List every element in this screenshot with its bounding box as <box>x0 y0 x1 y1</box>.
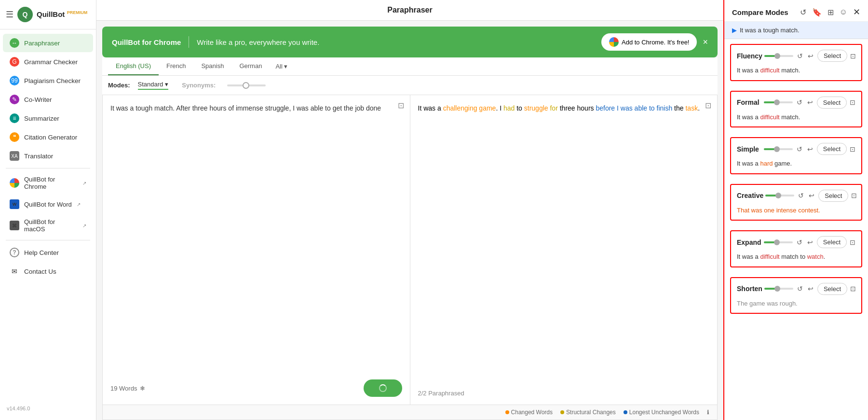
lang-tab-french[interactable]: French <box>159 57 193 75</box>
expand-select-btn[interactable]: Select <box>817 236 847 248</box>
history-icon[interactable]: ↺ <box>800 8 806 17</box>
sidebar-item-contact[interactable]: ✉ Contact Us <box>3 262 93 280</box>
expand-slider[interactable] <box>764 241 793 243</box>
formal-select-btn[interactable]: Select <box>817 97 847 109</box>
fluency-text: It was a difficult match. <box>737 66 855 75</box>
changed-dot <box>505 410 509 414</box>
formal-slider-thumb <box>774 99 780 105</box>
output-prefix: It was a <box>418 104 443 112</box>
shorten-slider-thumb <box>774 286 780 292</box>
shorten-undo-btn[interactable]: ↩ <box>807 284 814 294</box>
compare-header: Compare Modes ↺ 🔖 ⊞ ☺ ✕ <box>724 0 868 22</box>
cowriter-label: Co-Writer <box>24 96 52 103</box>
sidebar-item-plagiarism[interactable]: 99 Plagiarism Checker <box>3 71 93 90</box>
logo-icon: Q <box>17 7 33 22</box>
input-text-content: It was a tough match. After three hours … <box>110 104 381 112</box>
formal-copy-btn[interactable]: ⊡ <box>850 98 855 106</box>
lang-tab-spanish[interactable]: Spanish <box>193 57 231 75</box>
paraphrase-button[interactable] <box>364 379 402 397</box>
output-copy-icon[interactable]: ⊡ <box>705 101 711 110</box>
expand-refresh-btn[interactable]: ↺ <box>796 238 803 247</box>
banner-close-button[interactable]: × <box>703 37 708 47</box>
creative-select-btn[interactable]: Select <box>818 190 848 202</box>
formal-text-prefix: It was a <box>737 113 760 121</box>
fluency-refresh-btn[interactable]: ↺ <box>796 51 804 61</box>
lang-german-label: German <box>239 62 262 70</box>
output-mid1: . I <box>496 104 503 112</box>
input-copy-icon[interactable]: ⊡ <box>398 101 404 110</box>
expand-header: Expand ↺ ↩ Select ⊡ <box>737 236 855 248</box>
macos-ext-label: QuillBot for macOS <box>24 218 78 233</box>
expand-copy-btn[interactable]: ⊡ <box>850 238 855 246</box>
simple-text: It was a hard game. <box>737 159 855 168</box>
hamburger-menu[interactable]: ☰ <box>6 9 14 20</box>
creative-text-full: That was one intense contest. <box>737 207 820 214</box>
mode-card-fluency: Fluency ↺ ↩ Select ⊡ It was a difficult … <box>730 44 862 81</box>
table-icon[interactable]: ⊞ <box>827 8 834 17</box>
word-count-value: 19 Words <box>110 385 137 392</box>
translator-icon: XA <box>10 151 19 161</box>
add-chrome-button[interactable]: Add to Chrome. It's free! <box>601 33 697 51</box>
fluency-slider[interactable] <box>764 55 793 57</box>
word-ext-label: QuillBot for Word <box>24 201 72 208</box>
legend-structural: Structural Changes <box>560 409 616 416</box>
simple-refresh-btn[interactable]: ↺ <box>796 144 803 154</box>
sidebar-item-macos[interactable]: ⌘ QuillBot for macOS ↗ <box>3 214 93 237</box>
shorten-slider[interactable] <box>764 288 793 290</box>
bookmark-icon[interactable]: 🔖 <box>812 8 822 17</box>
modes-label: Modes: <box>108 82 130 89</box>
formal-slider[interactable] <box>764 101 793 103</box>
paraphraser-icon: ↔ <box>10 38 19 48</box>
unchanged-label: Longest Unchanged Words <box>629 409 699 416</box>
fluency-undo-btn[interactable]: ↩ <box>807 51 814 61</box>
mode-dropdown[interactable]: Standard ▾ <box>138 81 169 90</box>
compare-close-button[interactable]: ✕ <box>853 7 860 17</box>
lang-english-label: English (US) <box>116 62 151 70</box>
emoji-icon[interactable]: ☺ <box>840 8 847 16</box>
summarizer-icon: ≡ <box>10 113 19 123</box>
fluency-copy-btn[interactable]: ⊡ <box>850 52 856 60</box>
sidebar-item-help[interactable]: ? Help Center <box>3 243 93 262</box>
creative-slider[interactable] <box>765 195 794 196</box>
sidebar-item-summarizer[interactable]: ≡ Summarizer <box>3 109 93 127</box>
formal-undo-btn[interactable]: ↩ <box>806 98 814 107</box>
mode-card-formal: Formal ↺ ↩ Select ⊡ It was a difficult m… <box>730 91 862 128</box>
lang-tab-german[interactable]: German <box>231 57 270 75</box>
content-area: QuillBot for Chrome Write like a pro, ev… <box>96 21 723 420</box>
formal-refresh-btn[interactable]: ↺ <box>796 98 803 107</box>
lang-tab-all[interactable]: All ▾ <box>270 58 293 75</box>
simple-select-btn[interactable]: Select <box>817 143 847 155</box>
simple-undo-btn[interactable]: ↩ <box>806 144 814 154</box>
fluency-select-btn[interactable]: Select <box>817 50 847 62</box>
compare-title: Compare Modes <box>732 8 788 16</box>
shorten-refresh-btn[interactable]: ↺ <box>796 284 804 294</box>
creative-undo-btn[interactable]: ↩ <box>808 191 815 200</box>
sidebar-item-chrome[interactable]: QuillBot for Chrome ↗ <box>3 171 93 195</box>
legend-info-icon[interactable]: ℹ <box>707 409 709 416</box>
grammar-label: Grammar Checker <box>24 58 78 66</box>
sidebar-item-cowriter[interactable]: ✎ Co-Writer <box>3 90 93 109</box>
help-label: Help Center <box>24 249 59 256</box>
simple-text-highlight: hard <box>760 160 773 167</box>
lang-tab-english[interactable]: English (US) <box>108 57 159 75</box>
creative-copy-btn[interactable]: ⊡ <box>851 192 857 199</box>
sidebar-item-paraphraser[interactable]: ↔ Paraphraser <box>3 34 93 52</box>
sidebar-item-translator[interactable]: XA Translator <box>3 147 93 165</box>
sidebar-item-citation[interactable]: ❝ Citation Generator <box>3 128 93 146</box>
sidebar-item-grammar[interactable]: G Grammar Checker <box>3 53 93 71</box>
sidebar-item-word[interactable]: W QuillBot for Word ↗ <box>3 195 93 213</box>
simple-name: Simple <box>737 145 759 153</box>
input-text[interactable]: It was a tough match. After three hours … <box>110 103 402 375</box>
shorten-copy-btn[interactable]: ⊡ <box>850 285 856 293</box>
shorten-select-btn[interactable]: Select <box>817 283 847 295</box>
sidebar-nav: ↔ Paraphraser G Grammar Checker 99 Plagi… <box>0 29 96 399</box>
output-mid4: three hours <box>558 104 596 112</box>
simple-copy-btn[interactable]: ⊡ <box>850 145 855 153</box>
formal-text: It was a difficult match. <box>737 112 855 122</box>
expand-undo-btn[interactable]: ↩ <box>806 238 814 247</box>
sidebar: ☰ Q QuillBot PREMIUM ↔ Paraphraser G Gra… <box>0 0 96 420</box>
synonyms-slider[interactable] <box>227 84 266 86</box>
simple-slider[interactable] <box>764 148 793 150</box>
simple-header: Simple ↺ ↩ Select ⊡ <box>737 143 855 155</box>
creative-refresh-btn[interactable]: ↺ <box>797 191 805 200</box>
